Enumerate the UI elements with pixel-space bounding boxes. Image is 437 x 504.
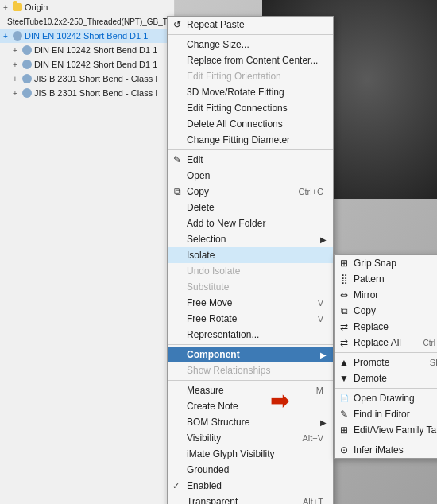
fitting-icon (22, 88, 32, 98)
submenu-item-replace[interactable]: Replace Ctrl+H (335, 319, 437, 335)
tree-item-steeltube[interactable]: SteelTube10.2x2-250_Threaded(NPT)_GB_T_3… (0, 14, 174, 29)
shortcut-label: V (318, 314, 327, 324)
component-submenu: Grip Snap Pattern Mirror Copy Replace Ct… (334, 254, 437, 459)
menu-item-label: Replace from Content Center... (187, 55, 318, 66)
menu-item-transparent[interactable]: Transparent Alt+T (168, 494, 333, 504)
menu-item-bom-structure[interactable]: BOM Structure ▶ (168, 414, 333, 430)
tree-item-origin[interactable]: + Origin (0, 0, 174, 14)
menu-item-open[interactable]: Open (168, 168, 333, 184)
shortcut-label: Ctrl+Shift+H (423, 339, 437, 347)
submenu-arrow-icon: ▶ (320, 351, 327, 359)
separator (168, 34, 333, 35)
folder-icon (13, 3, 22, 11)
menu-item-edit[interactable]: Edit (168, 152, 333, 168)
menu-item-change-diameter[interactable]: Change Fitting Diameter (168, 132, 333, 148)
menu-item-label: Free Move (187, 297, 232, 308)
menu-item-label: Undo Isolate (187, 266, 240, 277)
menu-item-representation[interactable]: Representation... (168, 327, 333, 343)
copy-sub-icon (338, 304, 350, 317)
menu-item-delete[interactable]: Delete (168, 200, 333, 215)
infer-imates-icon (338, 444, 350, 456)
submenu-item-find-editor[interactable]: Find in Editor (335, 406, 437, 422)
submenu-item-label: Pattern (354, 273, 385, 285)
submenu-item-family-table[interactable]: Edit/View Family Table (335, 422, 437, 438)
separator (335, 440, 437, 440)
tree-label: DIN EN 10242 Short Bend D1 1 (25, 31, 148, 41)
menu-item-label: Transparent (187, 496, 238, 504)
menu-item-replace-content[interactable]: Replace from Content Center... (168, 52, 333, 68)
submenu-item-grip-snap[interactable]: Grip Snap (335, 255, 437, 271)
menu-item-label: Component (187, 349, 240, 360)
menu-item-selection[interactable]: Selection ▶ (168, 231, 333, 247)
tree-item-jis1[interactable]: + JIS B 2301 Short Bend - Class I (0, 72, 174, 86)
tree-label: DIN EN 10242 Short Bend D1 1 (34, 45, 157, 55)
submenu-item-label: Replace (354, 321, 389, 332)
submenu-arrow-icon: ▶ (320, 418, 327, 427)
menu-item-label: Visibility (187, 432, 221, 444)
submenu-item-label: Mirror (354, 289, 378, 300)
menu-item-label: Delete (187, 202, 215, 213)
red-arrow-indicator: ➡ (270, 388, 288, 414)
submenu-item-infer-imates[interactable]: Infer iMates (335, 442, 437, 458)
tree-item-din-selected[interactable]: + DIN EN 10242 Short Bend D1 1 (0, 29, 174, 43)
menu-item-grounded[interactable]: Grounded (168, 462, 333, 478)
tree-label: JIS B 2301 Short Bend - Class I (34, 88, 157, 98)
menu-item-visibility[interactable]: Visibility Alt+V (168, 430, 333, 446)
tree-item-jis2[interactable]: + JIS B 2301 Short Bend - Class I (0, 86, 174, 100)
expand-icon: + (13, 75, 21, 83)
submenu-item-promote[interactable]: Promote Shift+Tab (335, 355, 437, 370)
submenu-item-mirror[interactable]: Mirror (335, 287, 437, 303)
menu-item-free-move[interactable]: Free Move V (168, 295, 333, 311)
menu-item-label: Representation... (187, 329, 259, 340)
context-menu: Repeat Paste Change Size... Replace from… (167, 16, 334, 504)
demote-icon (338, 372, 350, 385)
menu-item-substitute: Substitute (168, 279, 333, 295)
menu-item-imate-glyph[interactable]: iMate Glyph Visibility (168, 446, 333, 462)
menu-item-create-note[interactable]: Create Note (168, 398, 333, 414)
separator (168, 380, 333, 381)
submenu-item-label: Grip Snap (354, 258, 396, 269)
submenu-item-label: Copy (354, 305, 376, 316)
submenu-item-label: Promote (354, 357, 389, 368)
menu-item-add-folder[interactable]: Add to New Folder (168, 215, 333, 231)
tree-panel: + Origin SteelTube10.2x2-250_Threaded(NP… (0, 0, 175, 504)
menu-item-free-rotate[interactable]: Free Rotate V (168, 311, 333, 327)
menu-item-3d-move[interactable]: 3D Move/Rotate Fitting (168, 84, 333, 100)
mirror-icon (338, 289, 350, 301)
menu-item-label: BOM Structure (187, 417, 249, 428)
submenu-item-copy[interactable]: Copy (335, 303, 437, 319)
tree-label: SteelTube10.2x2-250_Threaded(NPT)_GB_T_3… (7, 17, 174, 26)
submenu-item-pattern[interactable]: Pattern (335, 271, 437, 287)
pattern-icon (338, 273, 350, 285)
separator (168, 344, 333, 345)
expand-icon: + (13, 46, 21, 55)
menu-item-component[interactable]: Component ▶ (168, 347, 333, 362)
repeat-paste-icon (171, 18, 184, 31)
submenu-item-replace-all[interactable]: Replace All Ctrl+Shift+H (335, 335, 437, 351)
menu-item-label: Grounded (187, 464, 229, 475)
menu-item-enabled[interactable]: ✓ Enabled (168, 478, 333, 494)
tree-item-din1[interactable]: + DIN EN 10242 Short Bend D1 1 (0, 43, 174, 57)
menu-item-isolate[interactable]: Isolate (168, 247, 333, 263)
shortcut-label: V (318, 298, 327, 308)
menu-item-show-relationships: Show Relationships (168, 362, 333, 378)
menu-item-label: Measure (187, 385, 224, 396)
family-table-icon (338, 424, 350, 436)
expand-icon: + (13, 60, 21, 69)
submenu-item-open-drawing[interactable]: Open Drawing (335, 390, 437, 406)
fitting-icon (22, 45, 32, 55)
menu-item-repeat-paste[interactable]: Repeat Paste (168, 17, 333, 33)
menu-item-label: Substitute (187, 281, 229, 293)
shortcut-label: M (316, 386, 327, 395)
menu-item-delete-connections[interactable]: Delete All Connections (168, 116, 333, 132)
submenu-item-demote[interactable]: Demote Tab (335, 370, 437, 386)
tree-label: DIN EN 10242 Short Bend D1 1 (34, 60, 157, 69)
menu-item-edit-connections[interactable]: Edit Fitting Connections (168, 100, 333, 116)
grip-snap-icon (338, 257, 350, 269)
menu-item-change-size[interactable]: Change Size... (168, 37, 333, 52)
shortcut-label: Alt+T (303, 497, 327, 504)
menu-item-copy[interactable]: Copy Ctrl+C (168, 184, 333, 200)
menu-item-measure[interactable]: Measure M (168, 382, 333, 398)
tree-item-din2[interactable]: + DIN EN 10242 Short Bend D1 1 (0, 57, 174, 72)
menu-item-label: Show Relationships (187, 365, 270, 376)
